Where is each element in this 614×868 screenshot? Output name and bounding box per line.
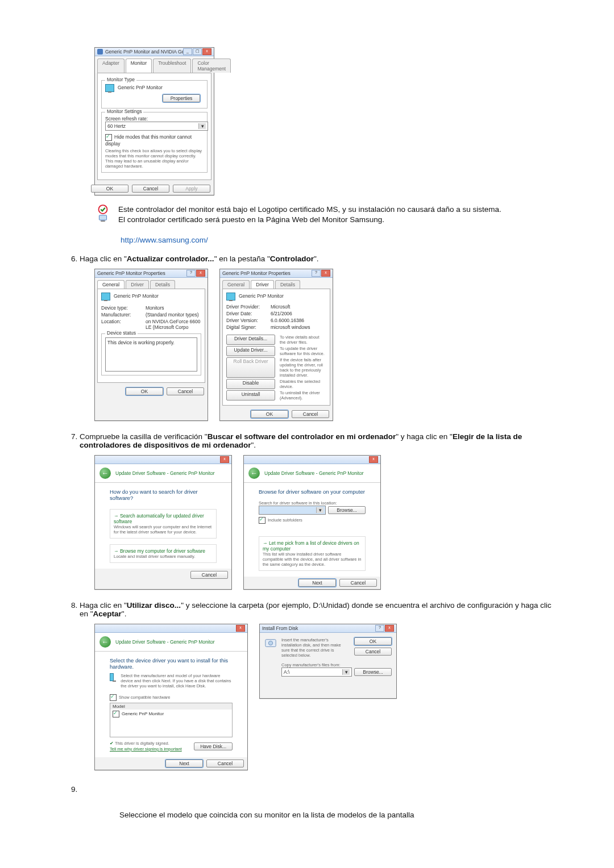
monitor-settings-group: Monitor Settings Screen refresh rate: 60…	[101, 112, 208, 173]
wizard-browse: x ←Update Driver Software - Generic PnP …	[243, 455, 381, 590]
chevron-down-icon: ▾	[198, 123, 206, 129]
refresh-value: 60 Hertz	[107, 123, 126, 129]
next-button[interactable]: Next	[165, 760, 203, 767]
properties-button[interactable]: Properties	[163, 94, 200, 102]
window-controls: _ ▢ x	[183, 48, 211, 55]
wizard-heading: Browse for driver software on your compu…	[259, 489, 366, 495]
wizard-heading: How do you want to search for driver sof…	[110, 489, 217, 501]
cancel-button[interactable]: Cancel	[167, 387, 204, 395]
help-button[interactable]: ?	[186, 270, 196, 277]
cancel-button[interactable]: Cancel	[132, 185, 169, 193]
update-driver-btn[interactable]: Update Driver...	[226, 346, 275, 356]
chevron-down-icon: ▾	[342, 669, 350, 675]
step7-bold1: Buscar el software del controlador en mi…	[208, 432, 396, 441]
step6-figures: Generic PnP Monitor Properties?x General…	[94, 269, 551, 421]
maximize-button[interactable]: ▢	[193, 48, 202, 55]
signed-label: This driver is digitally signed.	[115, 741, 169, 746]
tab-color[interactable]: Color Management	[192, 59, 231, 73]
disable-btn[interactable]: Disable	[226, 379, 275, 389]
close-button[interactable]: x	[369, 456, 378, 463]
close-button[interactable]: x	[196, 270, 205, 277]
uninstall-btn[interactable]: Uninstall	[226, 390, 275, 400]
cancel-button[interactable]: Cancel	[292, 410, 329, 418]
close-button[interactable]: x	[236, 625, 245, 632]
next-button[interactable]: Next	[298, 579, 336, 587]
tab-details[interactable]: Details	[275, 280, 300, 289]
model-row[interactable]: Generic PnP Monitor	[110, 710, 232, 719]
wizard-heading: Select the device driver you want to ins…	[110, 657, 233, 670]
apply-button[interactable]: Apply	[173, 185, 210, 193]
window-icon	[97, 49, 103, 55]
rollback-btn[interactable]: Roll Back Driver	[226, 357, 275, 378]
monitor-icon	[226, 293, 235, 301]
step-9	[63, 785, 551, 794]
browse-button[interactable]: Browse...	[354, 668, 392, 676]
monitor-icon	[101, 293, 110, 301]
tab-adapter[interactable]: Adapter	[97, 59, 125, 73]
tab-details[interactable]: Details	[150, 280, 175, 289]
close-button[interactable]: x	[220, 456, 229, 463]
svg-rect-2	[101, 220, 105, 222]
driver-details-btn[interactable]: Driver Details...	[226, 335, 275, 345]
cancel-button[interactable]: Cancel	[206, 760, 244, 767]
samsung-link[interactable]: http://www.samsung.com/	[121, 236, 208, 244]
window-title: Generic PnP Monitor Properties	[222, 270, 312, 276]
option-search-auto[interactable]: → Search automatically for updated drive…	[110, 509, 217, 539]
breadcrumb: Update Driver Software - Generic PnP Mon…	[264, 470, 364, 476]
drive-select[interactable]: A:\▾	[281, 667, 352, 677]
back-icon[interactable]: ←	[99, 636, 111, 648]
step-6: Haga clic en "Actualizar controlador..."…	[63, 254, 551, 263]
hide-modes-checkbox[interactable]	[105, 134, 112, 141]
refresh-select[interactable]: 60 Hertz▾	[105, 122, 208, 131]
tab-monitor[interactable]: Monitor	[126, 59, 152, 73]
close-button[interactable]: x	[385, 625, 394, 632]
monitor-type-group: Monitor Type Generic PnP Monitor Propert…	[101, 80, 208, 108]
include-subfolders-checkbox[interactable]	[259, 517, 265, 524]
cancel-button[interactable]: Cancel	[354, 648, 392, 656]
ok-button[interactable]: OK	[251, 410, 288, 418]
tab-troubleshoot[interactable]: Troubleshoot	[153, 59, 191, 73]
step6-bold2: Controlador	[270, 254, 314, 263]
monitor-name: Generic PnP Monitor	[118, 85, 163, 90]
signing-link[interactable]: Tell me why driver signing is important	[110, 746, 182, 752]
chevron-down-icon: ▾	[316, 507, 323, 513]
monitor-icon	[105, 84, 114, 92]
refresh-label: Screen refresh rate:	[105, 116, 204, 122]
step8-figures: x ←Update Driver Software - Generic PnP …	[94, 624, 551, 770]
device-status-text: This device is working properly.	[105, 337, 197, 372]
search-location-label: Search for driver software in this locat…	[259, 500, 366, 506]
ok-button[interactable]: OK	[91, 185, 128, 193]
help-button[interactable]: ?	[312, 270, 321, 277]
hide-modes-label: Hide modes that this monitor cannot disp…	[105, 134, 192, 147]
location-select[interactable]: ▾	[259, 506, 326, 515]
cancel-button[interactable]: Cancel	[339, 579, 377, 587]
ok-button[interactable]: OK	[126, 387, 163, 395]
tab-driver[interactable]: Driver	[126, 280, 149, 289]
tab-general[interactable]: General	[97, 280, 125, 289]
note-line1: Este controlador del monitor está bajo e…	[118, 205, 501, 214]
option-browse[interactable]: → Browse my computer for driver software…	[110, 544, 217, 563]
back-icon[interactable]: ←	[99, 468, 111, 479]
close-button[interactable]: x	[321, 270, 330, 277]
tab-general[interactable]: General	[222, 280, 250, 289]
prop-general-dialog: Generic PnP Monitor Properties?x General…	[94, 269, 208, 421]
certified-note: Este controlador del monitor está bajo e…	[94, 205, 551, 226]
certified-text: Este controlador del monitor está bajo e…	[118, 205, 551, 226]
browse-button[interactable]: Browse...	[328, 506, 366, 514]
option-let-me-pick[interactable]: → Let me pick from a list of device driv…	[259, 536, 366, 571]
help-button[interactable]: ?	[375, 625, 384, 632]
step7-figures: x ←Update Driver Software - Generic PnP …	[94, 455, 551, 590]
monitor-name: Generic PnP Monitor	[239, 293, 284, 299]
ok-button[interactable]: OK	[354, 637, 392, 645]
monitor-icon	[110, 673, 114, 681]
show-compatible-checkbox[interactable]	[110, 694, 117, 701]
have-disk-button[interactable]: Have Disk...	[194, 742, 233, 750]
cancel-button[interactable]: Cancel	[190, 571, 228, 579]
install-from-disk-dialog: Install From Disk?x Insert the manufactu…	[259, 624, 397, 699]
minimize-button[interactable]: _	[183, 48, 192, 55]
close-button[interactable]: x	[202, 48, 211, 55]
tab-driver[interactable]: Driver	[251, 280, 274, 289]
monitor-type-label: Monitor Type	[105, 77, 136, 82]
disk-message: Insert the manufacturer's installation d…	[281, 637, 350, 658]
back-icon[interactable]: ←	[248, 468, 260, 479]
